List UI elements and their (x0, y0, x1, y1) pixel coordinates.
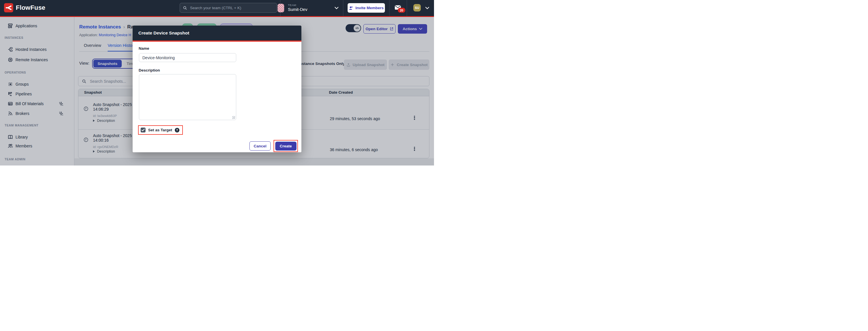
brand[interactable]: FlowFuse (4, 3, 45, 12)
resize-grip[interactable] (232, 116, 235, 119)
help-question-icon[interactable]: ? (175, 128, 179, 133)
modal-header: Create Device Snapshot (133, 26, 301, 40)
team-name[interactable]: Sumit-Dev (288, 7, 307, 12)
create-device-snapshot-modal: Create Device Snapshot Name Description … (133, 26, 301, 152)
team-avatar[interactable] (278, 4, 284, 12)
brand-name: FlowFuse (16, 4, 45, 11)
team-label: TEAM: (288, 3, 297, 7)
nav-divider (343, 0, 343, 16)
create-button[interactable]: Create (275, 142, 297, 150)
description-label: Description (138, 68, 160, 73)
flowfuse-logo-icon (4, 3, 13, 12)
nav-divider (407, 0, 407, 16)
name-field[interactable] (139, 53, 236, 62)
modal-title: Create Device Snapshot (133, 30, 189, 36)
user-plus-icon (349, 6, 353, 10)
accent-red-strip (0, 16, 434, 17)
top-navbar: FlowFuse TEAM: Sumit-Dev Invite Members … (0, 0, 434, 16)
user-avatar[interactable]: SU (413, 4, 421, 11)
team-search[interactable] (180, 3, 277, 12)
search-icon (183, 6, 187, 10)
notification-badge: 20 (398, 8, 405, 12)
set-as-target-label: Set as Target (148, 128, 172, 132)
invite-members-button[interactable]: Invite Members (348, 3, 385, 12)
create-annotation-box: Create (274, 140, 298, 152)
name-label: Name (138, 46, 149, 51)
set-as-target-checkbox[interactable] (141, 128, 146, 133)
description-field[interactable] (139, 74, 236, 120)
search-input[interactable] (189, 5, 274, 10)
user-chevron-down-icon[interactable] (425, 7, 429, 9)
set-as-target-annotation-box: Set as Target ? (138, 125, 183, 135)
modal-body: Name Description Set as Target ? Cancel … (133, 42, 301, 152)
team-chevron-down-icon[interactable] (335, 7, 338, 9)
nav-divider (389, 0, 390, 16)
cancel-button[interactable]: Cancel (249, 141, 271, 150)
